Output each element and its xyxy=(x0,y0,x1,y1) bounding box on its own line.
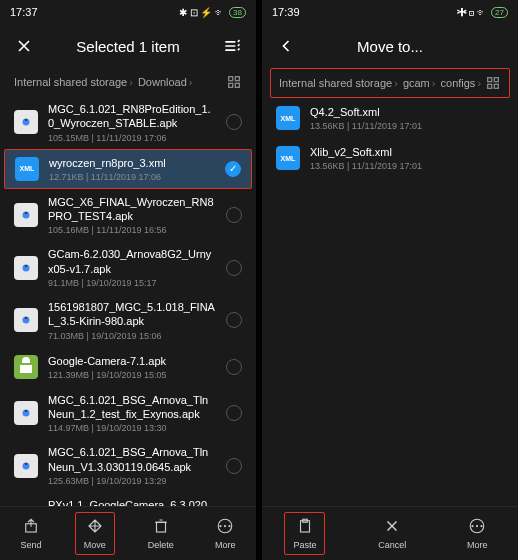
file-info: GCam-6.2.030_Arnova8G2_Urnyx05-v1.7.apk … xyxy=(48,247,216,288)
svg-point-32 xyxy=(472,525,474,527)
file-item[interactable]: XML wyroczen_rn8pro_3.xml 12.71KB | 11/1… xyxy=(4,149,252,189)
apk-file-icon xyxy=(14,256,38,280)
breadcrumb[interactable]: Internal shared storage› gcam› configs› xyxy=(270,68,510,98)
select-radio[interactable] xyxy=(226,260,242,276)
more-button[interactable]: More xyxy=(207,513,244,554)
header-title: Move to... xyxy=(296,38,484,55)
breadcrumb[interactable]: Internal shared storage› Download› xyxy=(0,68,256,96)
svg-rect-1 xyxy=(235,77,239,81)
svg-rect-7 xyxy=(25,212,27,214)
select-radio[interactable] xyxy=(226,114,242,130)
svg-rect-28 xyxy=(488,84,492,88)
file-meta: 13.56KB | 11/11/2019 17:01 xyxy=(310,121,504,131)
file-info: 1561981807_MGC_5.1.018_FINAL_3.5-Kirin-9… xyxy=(48,300,216,341)
svg-point-23 xyxy=(224,525,226,527)
grid-view-icon[interactable] xyxy=(485,75,501,91)
file-item[interactable]: XML Xlib_v2_Soft.xml 13.56KB | 11/11/201… xyxy=(262,138,518,178)
svg-rect-0 xyxy=(229,77,233,81)
file-name: MGC_6.1.021_BSG_Arnova_TlnNeun_1.2_test_… xyxy=(48,393,216,422)
file-item[interactable]: MGC_X6_FINAL_Wyroczen_RN8PRO_TEST4.apk 1… xyxy=(0,189,256,242)
bottom-bar: Send Move Delete More xyxy=(0,506,256,560)
more-icon xyxy=(468,517,486,537)
file-meta: 12.71KB | 11/11/2019 17:06 xyxy=(49,172,215,182)
file-item[interactable]: PXv1.1_GoogleCamera_6.3.020.apk 114.62MB… xyxy=(0,492,256,506)
battery-icon: 27 xyxy=(491,7,508,18)
file-item[interactable]: MGC_6.1.021_RN8ProEdition_1.0_Wyroczen_S… xyxy=(0,96,256,149)
svg-point-34 xyxy=(481,525,483,527)
file-info: wyroczen_rn8pro_3.xml 12.71KB | 11/11/20… xyxy=(49,156,215,182)
status-bar: 17:37 ✱ ⊡ ⚡ ᯤ 38 xyxy=(0,0,256,24)
more-icon xyxy=(216,517,234,537)
file-meta: 114.97MB | 19/10/2019 13:30 xyxy=(48,423,216,433)
select-radio[interactable] xyxy=(226,312,242,328)
file-info: Q4.2_Soft.xml 13.56KB | 11/11/2019 17:01 xyxy=(310,105,504,131)
status-time: 17:37 xyxy=(10,6,38,18)
header: Move to... xyxy=(262,24,518,68)
file-name: Xlib_v2_Soft.xml xyxy=(310,145,504,159)
more-button[interactable]: More xyxy=(459,513,496,554)
file-name: PXv1.1_GoogleCamera_6.3.020.apk xyxy=(48,498,216,506)
file-item[interactable]: XML Q4.2_Soft.xml 13.56KB | 11/11/2019 1… xyxy=(262,98,518,138)
status-icons: ✱ ⊡ ᯤ 27 xyxy=(457,7,508,18)
button-label: More xyxy=(215,540,236,550)
svg-point-22 xyxy=(220,525,222,527)
apk-file-icon xyxy=(14,110,38,134)
file-name: GCam-6.2.030_Arnova8G2_Urnyx05-v1.7.apk xyxy=(48,247,216,276)
phone-left: 17:37 ✱ ⊡ ⚡ ᯤ 38 Selected 1 item Interna… xyxy=(0,0,256,560)
svg-rect-11 xyxy=(25,317,27,319)
header-title: Selected 1 item xyxy=(34,38,222,55)
move-icon xyxy=(86,517,104,537)
file-item[interactable]: Google-Camera-7.1.apk 121.39MB | 19/10/2… xyxy=(0,347,256,387)
file-meta: 91.1MB | 19/10/2019 15:17 xyxy=(48,278,216,288)
file-item[interactable]: GCam-6.2.030_Arnova8G2_Urnyx05-v1.7.apk … xyxy=(0,241,256,294)
file-name: Q4.2_Soft.xml xyxy=(310,105,504,119)
paste-button[interactable]: Paste xyxy=(284,512,325,555)
apk-file-icon xyxy=(14,203,38,227)
svg-rect-29 xyxy=(494,84,498,88)
file-name: Google-Camera-7.1.apk xyxy=(48,354,216,368)
select-radio[interactable] xyxy=(225,161,241,177)
file-meta: 71.03MB | 19/10/2019 15:06 xyxy=(48,331,216,341)
file-list[interactable]: MGC_6.1.021_RN8ProEdition_1.0_Wyroczen_S… xyxy=(0,96,256,506)
select-radio[interactable] xyxy=(226,458,242,474)
button-label: More xyxy=(467,540,488,550)
move-button[interactable]: Move xyxy=(75,512,115,555)
file-meta: 125.63MB | 19/10/2019 13:29 xyxy=(48,476,216,486)
grid-view-icon[interactable] xyxy=(226,74,242,90)
file-meta: 105.16MB | 11/11/2019 16:56 xyxy=(48,225,216,235)
close-icon[interactable] xyxy=(14,36,34,56)
select-radio[interactable] xyxy=(226,359,242,375)
file-meta: 13.56KB | 11/11/2019 17:01 xyxy=(310,161,504,171)
battery-icon: 38 xyxy=(229,7,246,18)
select-radio[interactable] xyxy=(226,405,242,421)
svg-rect-2 xyxy=(229,83,233,87)
file-name: MGC_6.1.021_BSG_Arnova_TlnNeun_V1.3.0301… xyxy=(48,445,216,474)
send-button[interactable]: Send xyxy=(13,513,50,554)
cancel-button[interactable]: Cancel xyxy=(370,513,414,554)
svg-point-24 xyxy=(229,525,231,527)
button-label: Cancel xyxy=(378,540,406,550)
apk-file-icon xyxy=(14,401,38,425)
back-icon[interactable] xyxy=(276,36,296,56)
select-radio[interactable] xyxy=(226,207,242,223)
file-name: MGC_6.1.021_RN8ProEdition_1.0_Wyroczen_S… xyxy=(48,102,216,131)
button-label: Delete xyxy=(148,540,174,550)
file-info: MGC_6.1.021_RN8ProEdition_1.0_Wyroczen_S… xyxy=(48,102,216,143)
paste-icon xyxy=(296,517,314,537)
file-info: MGC_X6_FINAL_Wyroczen_RN8PRO_TEST4.apk 1… xyxy=(48,195,216,236)
file-name: wyroczen_rn8pro_3.xml xyxy=(49,156,215,170)
file-list[interactable]: XML Q4.2_Soft.xml 13.56KB | 11/11/2019 1… xyxy=(262,98,518,506)
list-options-icon[interactable] xyxy=(222,36,242,56)
delete-button[interactable]: Delete xyxy=(140,513,182,554)
apk-file-icon xyxy=(14,355,38,379)
status-time: 17:39 xyxy=(272,6,300,18)
file-item[interactable]: 1561981807_MGC_5.1.018_FINAL_3.5-Kirin-9… xyxy=(0,294,256,347)
svg-rect-3 xyxy=(235,83,239,87)
file-item[interactable]: MGC_6.1.021_BSG_Arnova_TlnNeun_V1.3.0301… xyxy=(0,439,256,492)
file-item[interactable]: MGC_6.1.021_BSG_Arnova_TlnNeun_1.2_test_… xyxy=(0,387,256,440)
svg-point-33 xyxy=(476,525,478,527)
phone-right: 17:39 ✱ ⊡ ᯤ 27 Move to... Internal share… xyxy=(262,0,518,560)
send-icon xyxy=(22,517,40,537)
delete-icon xyxy=(152,517,170,537)
svg-rect-5 xyxy=(25,119,27,121)
